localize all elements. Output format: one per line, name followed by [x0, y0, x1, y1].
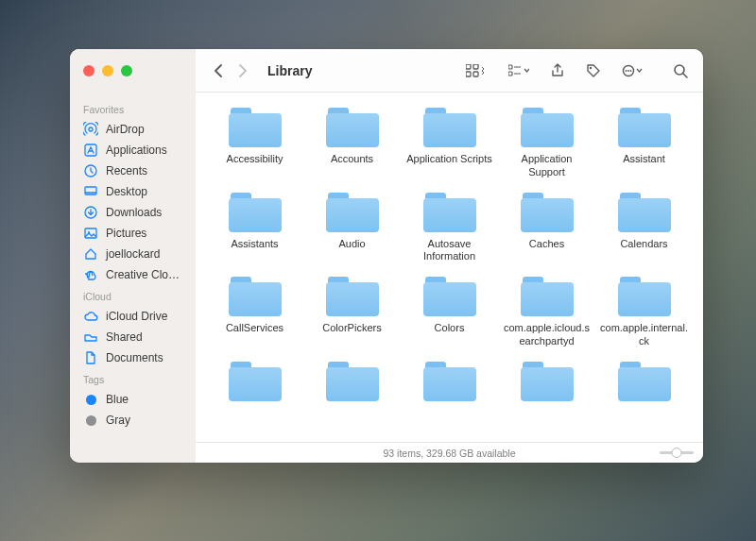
folder-icon — [423, 275, 476, 318]
folder-icon — [423, 360, 476, 403]
folder-item[interactable]: CallServices — [211, 275, 299, 348]
svg-rect-3 — [473, 72, 478, 76]
folder-item[interactable] — [211, 360, 299, 407]
folder-item[interactable]: Audio — [308, 191, 396, 264]
folder-item[interactable]: Assistant — [600, 106, 688, 179]
sidebar-home-icon — [83, 246, 98, 262]
sidebar-item-label: Creative Clo… — [106, 268, 180, 281]
folder-label: Calendars — [620, 238, 667, 251]
folder-icon — [618, 106, 671, 149]
sidebar-item-blue[interactable]: Blue — [70, 389, 196, 410]
close-button[interactable] — [83, 65, 94, 76]
window-title: Library — [267, 63, 312, 78]
folder-icon — [423, 106, 476, 149]
sidebar-shared-icon — [83, 330, 98, 345]
folder-item[interactable]: Calendars — [600, 191, 688, 264]
finder-window: Library — [70, 49, 703, 463]
folder-item[interactable]: Application Scripts — [405, 106, 493, 179]
forward-button[interactable] — [232, 59, 254, 82]
sidebar-item-label: Downloads — [106, 206, 162, 219]
folder-icon — [229, 275, 282, 318]
titlebar: Library — [70, 49, 703, 93]
folder-item[interactable]: ColorPickers — [308, 275, 396, 348]
sidebar-item-icloud-drive[interactable]: iCloud Drive — [70, 306, 196, 327]
svg-point-11 — [627, 70, 629, 72]
svg-rect-21 — [85, 228, 96, 238]
folder-label: com.apple.icloud.searchpartyd — [503, 322, 591, 348]
sidebar-item-downloads[interactable]: Downloads — [70, 202, 196, 223]
folder-item[interactable]: com.apple.internal.ck — [600, 275, 688, 348]
tag-dot-icon — [83, 413, 98, 428]
folder-label: Assistants — [231, 238, 278, 251]
view-icons-button[interactable] — [459, 59, 491, 82]
sidebar-header: Tags — [70, 368, 196, 389]
folder-icon — [521, 275, 574, 318]
sidebar-item-documents[interactable]: Documents — [70, 347, 196, 368]
folder-grid: AccessibilityAccountsApplication Scripts… — [211, 106, 688, 407]
status-text: 93 items, 329.68 GB available — [383, 448, 515, 459]
folder-grid-scroll[interactable]: AccessibilityAccountsApplication Scripts… — [196, 93, 703, 442]
folder-item[interactable] — [405, 360, 493, 407]
sidebar-item-label: Desktop — [106, 185, 147, 198]
sidebar-item-label: Documents — [106, 351, 163, 364]
content-area: AccessibilityAccountsApplication Scripts… — [196, 93, 703, 463]
folder-item[interactable]: com.apple.icloud.searchpartyd — [503, 275, 591, 348]
maximize-button[interactable] — [121, 65, 132, 76]
folder-item[interactable] — [308, 360, 396, 407]
folder-icon — [229, 106, 282, 149]
tag-button[interactable] — [582, 59, 605, 82]
share-button[interactable] — [546, 59, 569, 82]
folder-item[interactable]: Accessibility — [211, 106, 299, 179]
folder-icon — [229, 191, 282, 234]
group-button[interactable] — [505, 59, 533, 82]
folder-item[interactable] — [503, 360, 591, 407]
sidebar-airdrop-icon — [83, 122, 98, 137]
sidebar-item-airdrop[interactable]: AirDrop — [70, 119, 196, 140]
sidebar-item-joellockard[interactable]: joellockard — [70, 244, 196, 264]
folder-item[interactable]: Caches — [503, 191, 591, 264]
sidebar-item-gray[interactable]: Gray — [70, 410, 196, 431]
status-bar: 93 items, 329.68 GB available — [196, 442, 703, 463]
sidebar-item-recents[interactable]: Recents — [70, 161, 196, 181]
folder-icon — [326, 191, 379, 234]
minimize-button[interactable] — [102, 65, 113, 76]
folder-label: Audio — [338, 238, 365, 251]
sidebar-item-creative-clo-[interactable]: Creative Clo… — [70, 264, 196, 285]
folder-item[interactable]: Accounts — [308, 106, 396, 179]
svg-rect-0 — [466, 64, 471, 69]
sidebar-desktop-icon — [83, 184, 98, 199]
sidebar-applications-icon — [83, 143, 98, 158]
sidebar-item-pictures[interactable]: Pictures — [70, 223, 196, 244]
search-button[interactable] — [669, 59, 692, 82]
sidebar-header: Favorites — [70, 98, 196, 119]
folder-label: CallServices — [226, 322, 284, 335]
sidebar-item-applications[interactable]: Applications — [70, 140, 196, 161]
folder-icon — [618, 275, 671, 318]
action-button[interactable] — [618, 59, 646, 82]
sidebar-pictures-icon — [83, 226, 98, 241]
folder-label: ColorPickers — [322, 322, 381, 335]
folder-item[interactable] — [600, 360, 688, 407]
sidebar-recents-icon — [83, 163, 98, 178]
folder-item[interactable]: Application Support — [503, 106, 591, 179]
svg-point-12 — [630, 70, 632, 72]
sidebar-item-label: joellockard — [106, 247, 160, 261]
svg-rect-18 — [85, 187, 96, 194]
toolbar: Library — [196, 49, 703, 93]
sidebar-item-label: Recents — [106, 164, 147, 178]
folder-item[interactable]: Colors — [405, 275, 493, 348]
folder-item[interactable]: Autosave Information — [405, 191, 493, 264]
svg-rect-4 — [508, 65, 512, 69]
sidebar-item-desktop[interactable]: Desktop — [70, 181, 196, 202]
sidebar-item-shared[interactable]: Shared — [70, 327, 196, 347]
folder-label: Colors — [435, 322, 465, 335]
back-button[interactable] — [207, 59, 230, 82]
folder-icon — [423, 191, 476, 234]
zoom-slider[interactable] — [660, 451, 694, 454]
sidebar-item-label: Applications — [106, 144, 167, 157]
folder-label: Assistant — [623, 153, 665, 166]
sidebar-item-label: Blue — [106, 393, 129, 406]
tag-dot-icon — [83, 392, 98, 407]
folder-item[interactable]: Assistants — [211, 191, 299, 264]
folder-label: Accessibility — [227, 153, 284, 166]
